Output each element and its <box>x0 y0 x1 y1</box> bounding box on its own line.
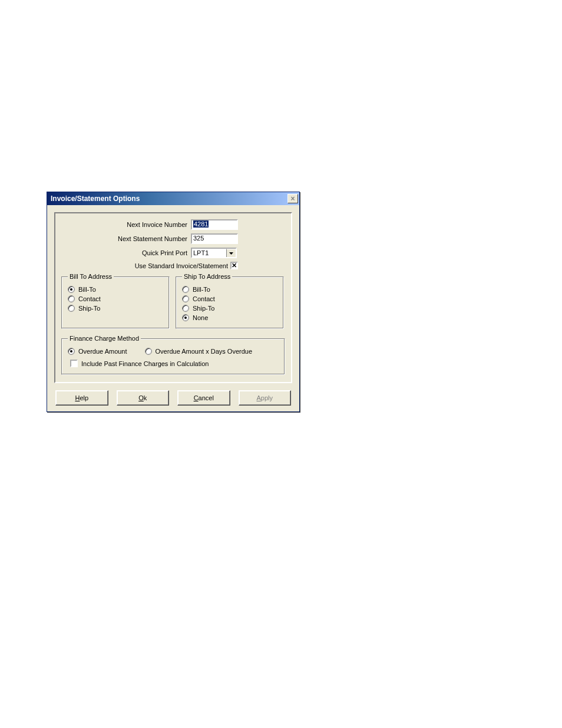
next-invoice-value: 4281 <box>193 220 209 228</box>
radio-label: Contact <box>193 295 215 302</box>
radio-label: Ship-To <box>193 305 214 312</box>
titlebar: Invoice/Statement Options × <box>47 192 299 205</box>
row-use-standard: Use Standard Invoice/Statement ✕ <box>61 262 285 269</box>
radio-icon <box>68 295 75 302</box>
next-statement-input[interactable]: 325 <box>191 233 238 244</box>
ship-to-legend: Ship To Address <box>182 273 232 280</box>
radio-label: Contact <box>78 295 101 302</box>
finance-charge-legend: Finance Charge Method <box>68 335 141 342</box>
bill-to-option-shipto[interactable]: Ship-To <box>68 305 163 312</box>
radio-label: Bill-To <box>78 286 96 293</box>
dialog-body: Next Invoice Number 4281 Next Statement … <box>47 205 299 411</box>
main-panel: Next Invoice Number 4281 Next Statement … <box>54 212 292 383</box>
quick-print-label: Quick Print Port <box>61 249 191 256</box>
bill-to-option-billto[interactable]: Bill-To <box>68 286 163 293</box>
fcm-include-past-row[interactable]: Include Past Finance Charges in Calculat… <box>68 360 279 367</box>
ship-to-option-billto[interactable]: Bill-To <box>182 286 277 293</box>
quick-print-combo[interactable]: LPT1 <box>191 248 237 258</box>
row-quick-print: Quick Print Port LPT1 <box>61 248 285 258</box>
radio-icon <box>68 348 75 355</box>
radio-icon <box>182 286 189 293</box>
radio-icon <box>145 348 152 355</box>
radio-label: Bill-To <box>193 286 210 293</box>
cancel-button[interactable]: Cancel <box>177 390 230 406</box>
radio-label: Overdue Amount x Days Overdue <box>156 348 252 355</box>
combo-dropdown-button[interactable] <box>226 249 236 257</box>
radio-icon <box>182 314 189 321</box>
include-past-label: Include Past Finance Charges in Calculat… <box>81 360 209 367</box>
radio-label: Overdue Amount <box>78 348 127 355</box>
radio-icon <box>68 286 75 293</box>
radio-icon <box>182 295 189 302</box>
radio-icon <box>68 305 75 312</box>
bill-to-legend: Bill To Address <box>68 273 114 280</box>
svg-marker-0 <box>229 252 233 255</box>
radio-label: None <box>193 314 208 321</box>
invoice-statement-options-dialog: Invoice/Statement Options × Next Invoice… <box>47 192 300 412</box>
apply-button[interactable]: Apply <box>239 390 292 406</box>
bill-to-option-contact[interactable]: Contact <box>68 295 163 302</box>
radio-label: Ship-To <box>78 305 100 312</box>
button-row: Help Ok Cancel Apply <box>54 390 292 406</box>
fcm-option-overdue-days[interactable]: Overdue Amount x Days Overdue <box>145 348 252 355</box>
use-standard-checkbox[interactable]: ✕ <box>230 262 238 269</box>
address-groups: Bill To Address Bill-To Contact Ship-To <box>61 273 285 329</box>
ship-to-option-none[interactable]: None <box>182 314 277 321</box>
row-next-invoice: Next Invoice Number 4281 <box>61 219 285 230</box>
quick-print-value: LPT1 <box>192 249 226 257</box>
help-button[interactable]: Help <box>55 390 108 406</box>
ship-to-option-shipto[interactable]: Ship-To <box>182 305 277 312</box>
ok-button[interactable]: Ok <box>117 390 170 406</box>
dialog-title: Invoice/Statement Options <box>51 195 140 203</box>
finance-charge-group: Finance Charge Method Overdue Amount Ove… <box>61 335 285 375</box>
use-standard-label: Use Standard Invoice/Statement <box>61 262 228 269</box>
row-next-statement: Next Statement Number 325 <box>61 233 285 244</box>
check-icon: ✕ <box>232 262 237 269</box>
radio-icon <box>182 305 189 312</box>
next-statement-value: 325 <box>193 235 204 242</box>
fcm-option-overdue-amount[interactable]: Overdue Amount <box>68 348 127 355</box>
close-icon: × <box>290 195 295 202</box>
bill-to-group: Bill To Address Bill-To Contact Ship-To <box>61 273 170 329</box>
next-invoice-label: Next Invoice Number <box>61 221 191 228</box>
next-invoice-input[interactable]: 4281 <box>191 219 238 230</box>
chevron-down-icon <box>229 252 233 255</box>
ship-to-option-contact[interactable]: Contact <box>182 295 277 302</box>
ship-to-group: Ship To Address Bill-To Contact Ship-To <box>176 273 284 329</box>
close-button[interactable]: × <box>287 194 298 203</box>
next-statement-label: Next Statement Number <box>61 235 191 242</box>
include-past-checkbox[interactable] <box>70 360 78 367</box>
